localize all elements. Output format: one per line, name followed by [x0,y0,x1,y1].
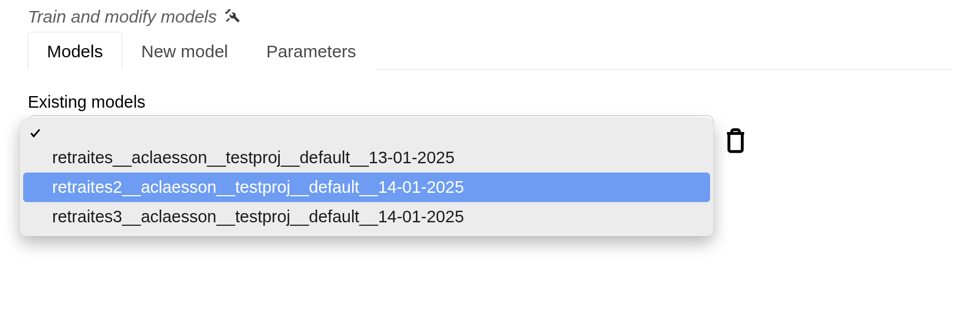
dropdown-option-empty[interactable] [23,123,710,143]
tab-parameters[interactable]: Parameters [247,32,375,69]
existing-models-label: Existing models [28,93,952,112]
model-select-wrap: retraites__aclaesson__testproj__default_… [28,115,714,148]
dropdown-option[interactable]: retraites2__aclaesson__testproj__default… [23,173,710,202]
page-title: Train and modify models [28,7,217,27]
check-icon [29,127,52,140]
dropdown-option-label: retraites3__aclaesson__testproj__default… [52,206,464,228]
tools-icon [224,7,241,27]
dropdown-option[interactable]: retraites__aclaesson__testproj__default_… [23,143,710,173]
tabs: Models New model Parameters [28,31,952,69]
tab-label: New model [141,42,228,61]
dropdown-option-label: retraites2__aclaesson__testproj__default… [52,176,464,199]
page-title-row: Train and modify models [28,7,952,27]
dropdown-option-label: retraites__aclaesson__testproj__default_… [52,146,455,169]
delete-button[interactable] [724,127,747,156]
dropdown-option[interactable]: retraites3__aclaesson__testproj__default… [23,202,710,232]
select-row: retraites__aclaesson__testproj__default_… [28,115,952,156]
tab-models[interactable]: Models [28,32,122,69]
model-select-dropdown: retraites__aclaesson__testproj__default_… [20,119,714,236]
trash-icon [724,145,747,155]
tab-new-model[interactable]: New model [122,32,247,69]
tab-label: Parameters [266,42,356,61]
tab-label: Models [47,42,103,61]
